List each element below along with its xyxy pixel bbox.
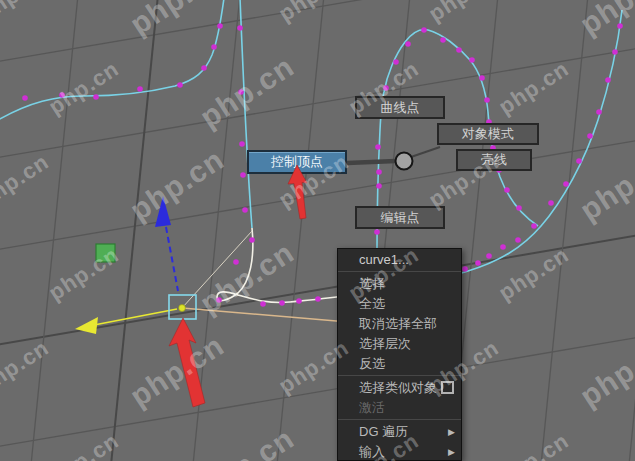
context-menu: curve1... 选择 全选 取消选择全部 选择层次 反选 选择类似对象 激活…: [337, 248, 462, 461]
viewport-scene: [0, 0, 635, 461]
submenu-arrow-icon: ▶: [448, 422, 455, 442]
marking-menu-item-edit-point[interactable]: 编辑点: [355, 206, 445, 229]
menu-item-activate: 激活: [338, 398, 461, 418]
marking-menu-handle: [396, 153, 413, 170]
curve-top-left: [0, 0, 224, 120]
context-menu-title: curve1...: [338, 249, 461, 270]
curve-tangent-tan: [182, 308, 360, 323]
menu-item-invert-selection[interactable]: 反选: [338, 354, 461, 374]
menu-separator: [338, 419, 461, 420]
selected-vertex-dot: [179, 305, 186, 312]
maya-viewport: { "watermark": { "text": "php.cn" }, "vi…: [0, 0, 635, 461]
manipulator-y-axis: [166, 227, 178, 291]
marking-menu-item-hull[interactable]: 壳线: [456, 149, 532, 171]
menu-item-label: 输入: [359, 444, 385, 459]
menu-item-label: DG 遍历: [359, 424, 408, 439]
menu-item-select-hierarchy[interactable]: 选择层次: [338, 334, 461, 354]
submenu-arrow-icon: ▶: [448, 442, 455, 461]
menu-item-select[interactable]: 选择: [338, 274, 461, 294]
menu-item-dg-traversal[interactable]: DG 遍历 ▶: [338, 422, 461, 442]
marking-menu-item-object-mode[interactable]: 对象模式: [437, 123, 539, 145]
menu-item-inputs[interactable]: 输入 ▶: [338, 442, 461, 461]
menu-item-label: 选择类似对象: [359, 380, 437, 395]
menu-separator: [338, 375, 461, 376]
menu-item-select-similar[interactable]: 选择类似对象: [338, 378, 461, 398]
checkbox-icon[interactable]: [441, 381, 454, 394]
marking-menu-item-control-vertex[interactable]: 控制顶点: [247, 150, 347, 174]
menu-separator: [338, 271, 461, 272]
curve-selected-white: [217, 228, 352, 302]
menu-item-deselect-all[interactable]: 取消选择全部: [338, 314, 461, 334]
menu-item-select-all[interactable]: 全选: [338, 294, 461, 314]
green-object[interactable]: [96, 244, 115, 262]
grid: [0, 0, 635, 461]
marking-menu-item-curve-point[interactable]: 曲线点: [355, 96, 445, 119]
manipulator-y-arrowhead: [155, 196, 171, 227]
